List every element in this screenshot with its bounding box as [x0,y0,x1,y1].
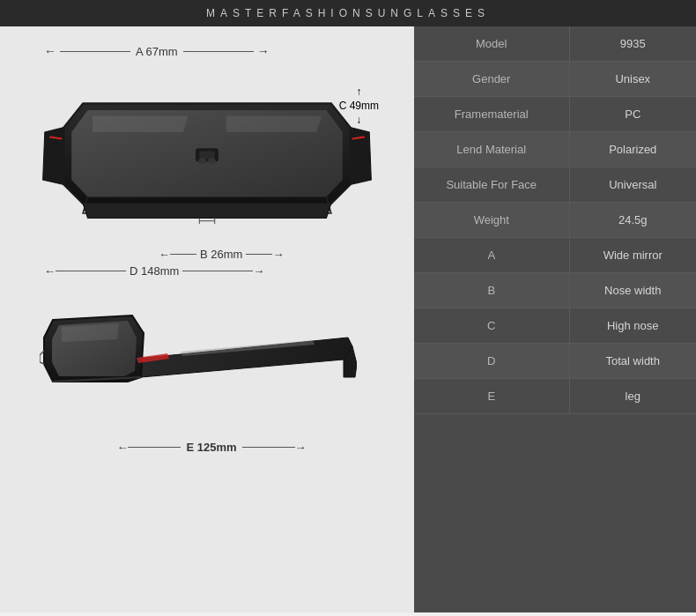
spec-row: BNose width [414,273,696,308]
spec-key: A [414,238,569,273]
specs-table: Model9935GenderUnisexFramematerialPCLend… [414,26,696,414]
svg-point-2 [198,158,206,164]
dim-c-label: C 49mm [339,100,379,112]
spec-row: DTotal width [414,344,696,379]
spec-value: Total width [569,344,696,379]
spec-key: D [414,344,569,379]
spec-value: PC [569,97,696,132]
spec-row: CHigh nose [414,308,696,344]
spec-key: B [414,273,569,308]
svg-point-3 [208,158,216,164]
spec-key: Lend Material [414,132,569,167]
dim-d-label: D 148mm [130,264,179,278]
spec-row: Suitable For FaceUniversal [414,167,696,203]
spec-value: Unisex [569,62,696,97]
spec-key: Framematerial [414,97,569,132]
spec-row: Model9935 [414,26,696,62]
spec-key: Gender [414,62,569,97]
glasses-front-svg [35,68,379,244]
spec-key: Model [414,26,569,62]
spec-key: Suitable For Face [414,167,569,203]
spec-row: AWide mirror [414,238,696,273]
spec-row: GenderUnisex [414,62,696,97]
spec-value: leg [569,379,696,414]
dimension-d: ← D 148mm → [44,264,284,278]
left-panel: ← A 67mm → ↑ C 49mm ↓ [0,26,414,612]
dims-bottom: ← B 26mm → ← D 148mm → [44,248,284,278]
dimension-c: ↑ C 49mm ↓ [339,85,379,200]
spec-value: Polarized [569,132,696,167]
glasses-front-view: ↑ C 49mm ↓ [35,68,379,244]
glasses-side-view [40,293,374,439]
svg-rect-1 [199,152,214,160]
dimension-a: ← A 67mm → [44,44,270,58]
spec-value: 24.5g [569,203,696,238]
spec-row: Weight24.5g [414,203,696,238]
spec-key: C [414,308,569,344]
spec-value: Universal [569,167,696,203]
header-bar: MASTERFASHIONSUNGLASSES [0,0,696,26]
dimension-b: ← B 26mm → [159,248,284,261]
right-panel: Model9935GenderUnisexFramematerialPCLend… [414,26,696,612]
glasses-side-svg [40,293,357,434]
spec-key: E [414,379,569,414]
spec-value: Wide mirror [569,238,696,273]
spec-row: FramematerialPC [414,97,696,132]
spec-row: Eleg [414,379,696,414]
spec-value: Nose width [569,273,696,308]
spec-value: 9935 [569,26,696,62]
spec-value: High nose [569,308,696,344]
dim-a-label: A 67mm [136,45,178,58]
spec-key: Weight [414,203,569,238]
dim-b-label: B 26mm [200,248,242,261]
spec-row: Lend MaterialPolarized [414,132,696,167]
dim-e-label: E 125mm [186,441,236,454]
brand-title: MASTERFASHIONSUNGLASSES [206,7,490,19]
dimension-e: ← E 125mm → [116,441,306,454]
